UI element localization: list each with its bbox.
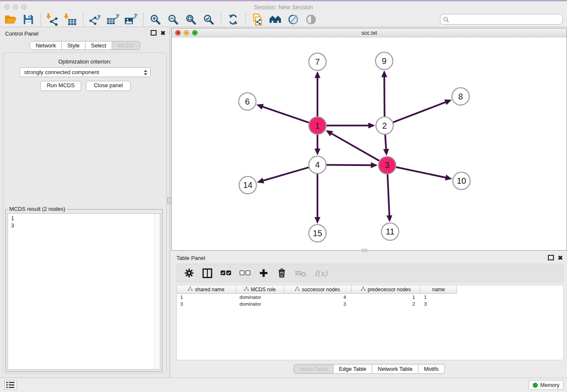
refresh-layout-icon[interactable] (226, 13, 240, 26)
select-all-columns-icon[interactable] (220, 268, 231, 279)
save-session-icon[interactable] (21, 13, 36, 26)
task-history-button[interactable] (4, 380, 17, 390)
table-tab-network-table[interactable]: Network Table (372, 364, 418, 374)
network-close-icon[interactable]: × (175, 30, 181, 36)
visual-styles-icon[interactable] (286, 13, 300, 26)
close-table-panel-icon[interactable]: ✖ (558, 255, 563, 260)
search-icon (443, 17, 449, 24)
export-image-icon[interactable] (124, 13, 138, 26)
column-tree-icon (295, 287, 300, 293)
function-builder-icon[interactable]: f(x) (314, 268, 328, 279)
node-table-header: shared nameMCDS rolesuccessor nodesprede… (177, 285, 457, 294)
graph-node-label: 6 (245, 97, 250, 106)
network-window-title: scc.txt (172, 28, 567, 37)
graph-edge-4-3[interactable] (327, 165, 372, 166)
unselect-all-columns-icon[interactable] (239, 268, 250, 279)
mcds-result-box[interactable]: 13 (8, 213, 160, 370)
run-mcds-button[interactable]: Run MCDS (40, 81, 81, 91)
zoom-in-icon[interactable] (148, 13, 162, 26)
graph-edge-3-10[interactable] (396, 167, 447, 178)
control-panel: Control Panel ✖ NetworkStyleSelectMCDS O… (0, 27, 170, 378)
network-view-window: × − + scc.txt 7968124314101511 (171, 28, 567, 251)
table-cell[interactable]: 2 (352, 301, 421, 306)
table-cell[interactable]: 1 (177, 295, 236, 300)
zoom-out-icon[interactable] (166, 13, 180, 26)
column-header-name[interactable]: name (421, 285, 457, 293)
tab-mcds[interactable]: MCDS (112, 41, 140, 50)
table-tab-edge-table[interactable]: Edge Table (333, 364, 372, 374)
graph-edge-3-11[interactable] (388, 174, 389, 217)
column-header-successor-nodes[interactable]: successor nodes (284, 285, 352, 293)
optimization-criterion-value: strongly connected component (24, 69, 99, 75)
show-hide-eye-icon[interactable] (304, 13, 318, 26)
graph-node-label: 7 (315, 57, 320, 66)
zoom-selected-icon[interactable] (201, 13, 216, 26)
graph-edge-2-9[interactable] (384, 76, 385, 116)
column-header-shared-name[interactable]: shared name (177, 285, 236, 293)
graph-edge-3-1[interactable] (330, 133, 379, 161)
export-network-icon[interactable] (88, 13, 102, 26)
open-session-icon[interactable] (3, 13, 18, 26)
table-tab-node-table[interactable]: Node Table (294, 364, 333, 374)
graph-node-label: 14 (243, 180, 252, 190)
import-table-icon[interactable] (63, 13, 78, 26)
import-network-icon[interactable] (46, 13, 60, 26)
table-row[interactable]: 3dominator323 (177, 301, 563, 307)
graph-edge-1-6[interactable] (261, 106, 309, 122)
clone-network-icon[interactable] (250, 13, 265, 26)
result-scrollbar[interactable] (154, 214, 160, 369)
table-cell[interactable]: dominator (236, 295, 284, 300)
network-canvas[interactable]: 7968124314101511 (172, 38, 567, 250)
graph-edge-arrowhead (314, 71, 320, 78)
table-cell[interactable]: 3 (284, 301, 352, 306)
network-window-titlebar[interactable]: × − + scc.txt (172, 28, 567, 38)
float-table-panel-icon[interactable] (548, 255, 554, 260)
graph-edge-2-8[interactable] (393, 102, 447, 122)
column-header-predecessor-nodes[interactable]: predecessor nodes (352, 285, 421, 293)
column-header-MCDS-role[interactable]: MCDS role (236, 285, 284, 293)
first-neighbors-icon[interactable] (268, 13, 283, 26)
vertical-splitter-handle[interactable] (167, 197, 171, 204)
graph-edge-arrowhead (314, 217, 320, 224)
search-input[interactable] (440, 14, 563, 25)
node-table: shared nameMCDS rolesuccessor nodesprede… (176, 285, 564, 360)
memory-button[interactable]: Memory (528, 380, 564, 390)
table-cell[interactable]: 3 (177, 301, 236, 306)
close-panel-button[interactable]: Close panel (86, 81, 131, 91)
show-columns-icon[interactable] (202, 268, 212, 279)
horizontal-splitter-handle[interactable] (362, 249, 367, 252)
column-tree-icon (361, 287, 366, 293)
table-options-icon[interactable] (184, 268, 194, 279)
table-cell[interactable]: 4 (284, 295, 352, 300)
optimization-criterion-select[interactable]: strongly connected component (19, 67, 151, 77)
node-table-body: 1dominator4113dominator323 (177, 294, 563, 307)
zoom-fit-icon[interactable] (184, 13, 198, 26)
table-cell[interactable]: 1 (352, 295, 421, 300)
graph-edge-arrowhead (383, 149, 389, 156)
toolbar-separator (41, 13, 41, 26)
close-panel-icon[interactable]: ✖ (160, 30, 165, 36)
graph-edge-4-14[interactable] (262, 167, 309, 181)
export-table-icon[interactable] (106, 13, 120, 26)
table-cell[interactable]: 1 (421, 295, 457, 300)
graph-edge-arrowhead (257, 178, 264, 183)
table-row[interactable]: 1dominator411 (177, 294, 563, 301)
table-tab-motifs[interactable]: Motifs (418, 364, 445, 374)
graph-edge-2-3[interactable] (385, 135, 386, 150)
tab-select[interactable]: Select (85, 41, 112, 50)
delete-columns-icon[interactable] (277, 268, 287, 279)
tab-network[interactable]: Network (30, 41, 62, 50)
optimization-criterion-label: Optimization criterion: (3, 58, 166, 65)
delete-table-icon[interactable] (295, 268, 306, 279)
network-maximize-icon[interactable]: + (192, 30, 198, 36)
tab-style[interactable]: Style (62, 41, 85, 50)
add-column-icon[interactable] (259, 268, 269, 279)
table-cell[interactable]: 3 (421, 301, 457, 306)
float-panel-icon[interactable] (151, 30, 157, 36)
table-cell[interactable]: dominator (236, 301, 284, 306)
network-minimize-icon[interactable]: − (184, 30, 189, 36)
graph-node-label: 2 (382, 121, 387, 130)
graph-node-label: 1 (315, 121, 320, 130)
graph-node-label: 11 (386, 227, 395, 236)
graph-edge-arrowhead (386, 215, 392, 222)
